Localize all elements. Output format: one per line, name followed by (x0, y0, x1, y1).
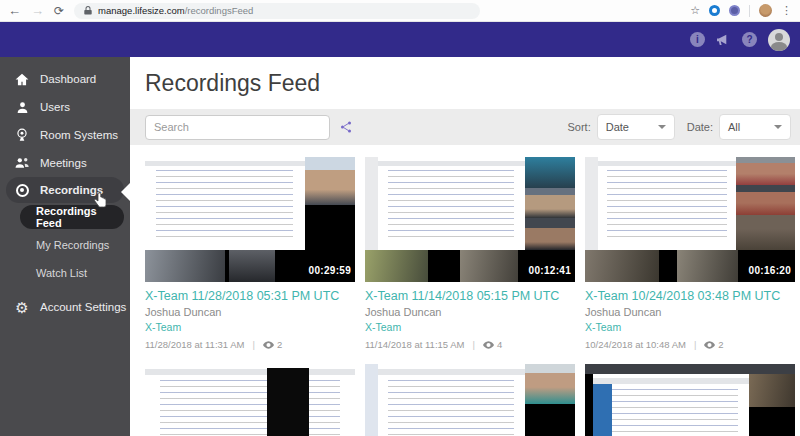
announcements-icon[interactable] (716, 33, 731, 46)
chevron-down-icon (658, 125, 666, 129)
window-titlebar (585, 364, 795, 374)
sidebar-item-label: Account Settings (40, 301, 126, 313)
reload-icon[interactable]: ⟳ (54, 4, 64, 18)
webcam-tile (736, 157, 795, 185)
search-input[interactable] (145, 115, 330, 140)
chevron-down-icon (774, 125, 782, 129)
screenshare-preview (145, 364, 355, 436)
recording-title-link[interactable]: X-Team 11/14/2018 05:15 PM UTC (365, 289, 575, 303)
sidebar: Dashboard Users Room Systems Meetings Re… (0, 57, 130, 436)
view-count-value: 2 (718, 339, 723, 350)
sidebar-item-label: Meetings (40, 157, 87, 169)
recording-team-link[interactable]: X-Team (145, 321, 355, 333)
sidebar-item-room-systems[interactable]: Room Systems (0, 121, 130, 149)
room-camera-tile (460, 250, 519, 283)
recording-meta: 11/14/2018 at 11:15 AM | 4 (365, 339, 575, 350)
duration-badge: 00:12:41 (529, 265, 571, 276)
share-icon[interactable] (339, 120, 353, 134)
home-icon (14, 73, 30, 86)
recording-thumbnail[interactable]: 00:16:20 (585, 157, 795, 282)
recording-team-link[interactable]: X-Team (585, 321, 795, 333)
screenshare-toolbar (585, 157, 598, 250)
recording-card: 00:16:20 X-Team 10/24/2018 03:48 PM UTC … (585, 157, 795, 350)
webcam-tile (736, 185, 795, 215)
gear-icon: ⚙ (14, 300, 30, 315)
user-avatar[interactable] (768, 29, 790, 51)
recordings-grid: 00:29:59 X-Team 11/28/2018 05:31 PM UTC … (130, 145, 800, 436)
sidebar-item-label: Dashboard (40, 73, 96, 85)
view-count: 2 (704, 339, 723, 350)
date-filter-dropdown[interactable]: All (719, 114, 791, 140)
recording-team-link[interactable]: X-Team (365, 321, 575, 333)
sidebar-item-account-settings[interactable]: ⚙ Account Settings (0, 293, 130, 321)
view-count-value: 2 (277, 339, 282, 350)
room-camera-tile (677, 250, 738, 283)
webcam-tile (305, 157, 355, 205)
app-header: i ? (0, 22, 800, 57)
room-camera-tile (585, 250, 659, 283)
extension-icon-2[interactable] (729, 5, 740, 16)
meta-separator: | (469, 339, 477, 350)
back-icon[interactable]: ← (8, 4, 21, 17)
user-icon (14, 101, 30, 114)
sidebar-subitem-label: My Recordings (36, 239, 109, 251)
recording-owner: Joshua Duncan (145, 306, 355, 318)
screenshare-toolbar (365, 157, 378, 250)
divider (749, 5, 750, 17)
main-content: Recordings Feed Sort: Date Date: All (130, 57, 800, 436)
sidebar-item-recordings-feed[interactable]: Recordings Feed (20, 205, 124, 229)
url-text: manage.lifesize.com/recordingsFeed (98, 5, 253, 16)
eye-icon (263, 341, 274, 349)
forward-icon[interactable]: → (31, 4, 44, 17)
webcam-tile (267, 368, 309, 436)
recording-thumbnail[interactable] (365, 364, 575, 436)
recording-thumbnail[interactable]: 00:12:41 (365, 157, 575, 282)
screenshare-preview (598, 157, 737, 250)
room-camera-tile (749, 374, 795, 407)
recording-meta: 11/28/2018 at 11:31 AM | 2 (145, 339, 355, 350)
recording-card (365, 364, 575, 436)
recording-title-link[interactable]: X-Team 11/28/2018 05:31 PM UTC (145, 289, 355, 303)
sort-dropdown[interactable]: Date (597, 114, 675, 140)
browser-profile-avatar[interactable] (759, 4, 772, 17)
url-path: /recordingsFeed (185, 5, 254, 16)
screenshare-preview (593, 374, 748, 436)
screenshare-sidebar (593, 384, 612, 436)
date-filter-value: All (728, 121, 740, 133)
help-icon[interactable]: ? (742, 32, 757, 47)
recording-card: 00:12:41 X-Team 11/14/2018 05:15 PM UTC … (365, 157, 575, 350)
lock-icon (84, 6, 92, 15)
sidebar-item-meetings[interactable]: Meetings (0, 149, 130, 177)
sidebar-item-label: Users (40, 101, 70, 113)
recording-thumbnail[interactable] (145, 364, 355, 436)
recording-card (585, 364, 795, 436)
duration-badge: 00:16:20 (749, 265, 791, 276)
recording-title-link[interactable]: X-Team 10/24/2018 03:48 PM UTC (585, 289, 795, 303)
sidebar-subitem-label: Recordings Feed (36, 205, 124, 229)
browser-menu-icon[interactable]: ⋮ (781, 4, 792, 17)
active-item-notch (121, 183, 130, 201)
webcam-tile (525, 218, 575, 249)
bookmark-star-icon[interactable]: ☆ (690, 4, 700, 17)
sidebar-item-users[interactable]: Users (0, 93, 130, 121)
info-icon[interactable]: i (690, 32, 705, 47)
screenshare-preview (145, 157, 305, 250)
sidebar-item-my-recordings[interactable]: My Recordings (0, 231, 130, 259)
sidebar-item-label: Room Systems (40, 129, 118, 141)
url-bar[interactable]: manage.lifesize.com/recordingsFeed (74, 3, 480, 19)
page: ← → ⟳ manage.lifesize.com/recordingsFeed… (0, 0, 800, 436)
sidebar-item-dashboard[interactable]: Dashboard (0, 65, 130, 93)
sidebar-item-watch-list[interactable]: Watch List (0, 259, 130, 287)
recording-date: 11/28/2018 at 11:31 AM (145, 339, 244, 350)
screenshare-preview (378, 157, 525, 250)
toolbar: Sort: Date Date: All (130, 109, 800, 145)
sort-label: Sort: (567, 121, 590, 133)
extension-icon[interactable] (709, 5, 720, 16)
recording-date: 11/14/2018 at 11:15 AM (365, 339, 464, 350)
recording-owner: Joshua Duncan (365, 306, 575, 318)
recording-card (145, 364, 355, 436)
recording-thumbnail[interactable]: 00:29:59 (145, 157, 355, 282)
recording-thumbnail[interactable] (585, 364, 795, 436)
url-host: manage.lifesize.com (98, 5, 185, 16)
view-count: 4 (483, 339, 502, 350)
